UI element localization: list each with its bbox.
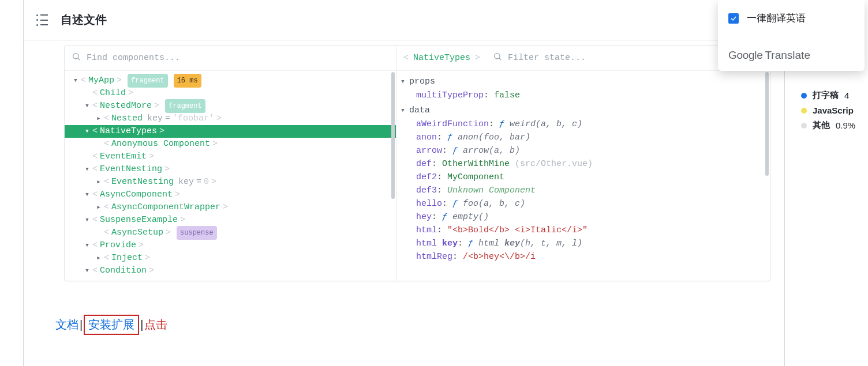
tree-row[interactable]: ▼<NestedMore>fragment [65,100,396,112]
state-key: hey [416,212,432,222]
state-row[interactable]: def: OtherWithMine (src/Other.vue) [416,157,770,171]
state-row[interactable]: def2: MyComponent [416,171,770,184]
scrollbar[interactable] [765,72,769,176]
install-extension-link[interactable]: 安装扩展 [88,318,134,331]
caret-down-icon[interactable]: ▼ [84,265,90,277]
state-row[interactable]: multiTypeProp: false [416,89,770,102]
legend-dot-icon [801,93,807,99]
tree-row[interactable]: ▶<Inject> [65,252,396,265]
caret-right-icon[interactable]: ▶ [96,252,102,265]
state-key: multiTypeProp [416,90,484,100]
scrollbar[interactable] [391,72,395,199]
state-row[interactable]: html key: ƒ html key(h, t, m, l) [416,237,770,250]
state-row[interactable]: aWeirdFunction: ƒ weird(a, b, c) [416,118,770,131]
component-name: AsyncComponent [100,188,173,201]
caret-down-icon: ▼ [400,108,406,114]
tree-row[interactable]: <Child> [65,87,396,100]
caret-down-icon[interactable]: ▼ [73,74,78,87]
component-name: NativeTypes [100,125,157,138]
state-key: anon [416,133,437,142]
state-row[interactable]: htmlReg: /<b>hey<\/b>/i [416,250,770,263]
state-row[interactable]: hello: ƒ foo(a, b, c) [416,197,770,210]
section-header[interactable]: ▼data [396,102,770,118]
caret-down-icon[interactable]: ▼ [84,214,90,227]
frag-badge: fragment [165,99,205,113]
svg-point-2 [495,54,500,59]
component-name: Anonymous Component [111,138,210,150]
tree-row[interactable]: <Anonymous Component> [65,138,396,150]
caret-down-icon[interactable]: ▼ [84,239,90,252]
language-legend-item[interactable]: 打字稿 4 [801,90,868,101]
find-components-input[interactable] [85,52,389,63]
state-key: html key [416,239,458,248]
caret-down-icon[interactable]: ▼ [84,163,90,176]
component-name: EventNesting [100,163,162,176]
state-row[interactable]: def3: Unknown Component [416,184,770,197]
search-icon [493,52,502,64]
tree-row[interactable]: ▶<Nested key='foobar'> [65,112,396,125]
tree-row[interactable]: ▼<MyApp>fragment16 ms [65,74,396,87]
checkbox-checked-icon[interactable] [728,13,739,24]
outline-icon[interactable] [36,14,48,26]
state-row[interactable]: html: "<b>Bold</b> <i>Italic</i>" [416,224,770,237]
caret-right-icon[interactable]: ▶ [96,112,102,125]
docs-link[interactable]: 文档 [55,317,78,333]
caret-right-icon[interactable]: ▶ [96,176,102,188]
state-key: def [416,159,432,169]
svg-line-3 [499,58,501,60]
tree-row[interactable]: ▼<Provide> [65,239,396,252]
tree-row[interactable]: ▶<EventNesting key=0> [65,176,396,188]
state-key: aWeirdFunction [416,119,489,129]
frag-badge: fragment [128,74,168,88]
page-title: 自述文件 [61,12,107,28]
tree-row[interactable]: ▼<Condition> [65,265,396,277]
state-key: arrow [416,146,442,156]
component-name: Nested [111,112,143,125]
component-name: Provide [100,239,136,252]
legend-dot-icon [801,123,807,129]
component-name: EventEmit [100,150,147,163]
tree-row[interactable]: ▼<AsyncComponent> [65,188,396,201]
always-translate-label: 一律翻译英语 [747,12,806,25]
language-legend-item[interactable]: JavaScrip [801,105,868,115]
tree-row[interactable]: <AsyncSetup>suspense [65,227,396,239]
state-row[interactable]: arrow: ƒ arrow(a, b) [416,144,770,157]
svg-line-1 [78,58,80,60]
component-name: Condition [100,265,147,277]
component-name: Inject [111,252,143,265]
component-name: Child [100,87,126,100]
caret-down-icon[interactable]: ▼ [84,125,90,138]
translate-popup: 一律翻译英语 Google Translate [718,0,865,71]
tree-row[interactable]: ▼<EventNesting> [65,163,396,176]
language-legend-item[interactable]: 其他 0.9% [801,120,868,131]
devtools-screenshot: ▼<MyApp>fragment16 ms<Child>▼<NestedMore… [64,45,770,281]
tree-row[interactable]: ▶<AsyncComponentWrapper> [65,201,396,214]
state-key: def2 [416,172,437,182]
component-name: NestedMore [100,100,152,112]
component-name: AsyncComponentWrapper [111,201,220,214]
tree-row[interactable]: <EventEmit> [65,150,396,163]
component-name: EventNesting [111,176,174,188]
search-icon [72,52,81,64]
ms-badge: 16 ms [174,74,201,88]
svg-point-0 [73,54,78,59]
caret-down-icon[interactable]: ▼ [84,188,90,201]
google-translate-logo: Google Translate [728,49,854,62]
state-key: html [416,225,437,235]
caret-down-icon: ▼ [400,79,406,85]
click-label: 点击 [144,317,167,333]
state-key: htmlReg [416,252,452,262]
component-name: AsyncSetup [111,227,163,239]
selected-component-name: NativeTypes [413,53,470,63]
susp-badge: suspense [177,226,217,240]
tree-row[interactable]: ▼<SuspenseExample> [65,214,396,227]
state-row[interactable]: anon: ƒ anon(foo, bar) [416,131,770,144]
caret-down-icon[interactable]: ▼ [84,100,90,112]
state-key: hello [416,199,442,209]
section-header[interactable]: ▼props [396,73,770,89]
tree-row[interactable]: ▼<NativeTypes> [65,125,396,138]
component-name: MyApp [88,74,114,87]
caret-right-icon[interactable]: ▶ [96,201,102,214]
component-name: SuspenseExample [100,214,178,227]
state-row[interactable]: hey: ƒ empty() [416,210,770,224]
